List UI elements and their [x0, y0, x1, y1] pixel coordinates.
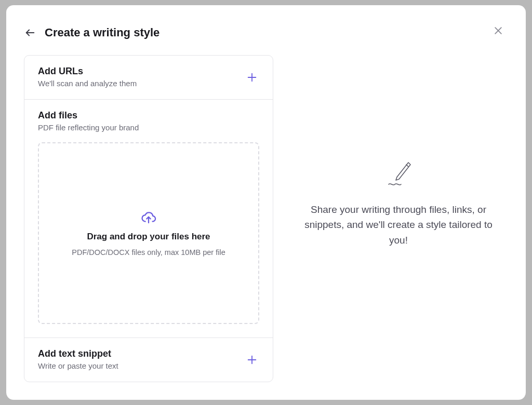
plus-icon [246, 354, 258, 366]
cloud-upload-icon [141, 210, 156, 225]
add-urls-subtitle: We'll scan and analyze them [38, 79, 137, 88]
add-files-title: Add files [38, 110, 259, 121]
close-button[interactable] [491, 24, 505, 37]
content-area: Add URLs We'll scan and analyze them Add… [24, 55, 508, 382]
pencil-writing-icon [380, 158, 417, 190]
add-snippet-button[interactable] [245, 353, 259, 367]
add-url-button[interactable] [245, 70, 259, 85]
page-title: Create a writing style [45, 26, 159, 39]
info-panel: Share your writing through files, links,… [289, 55, 508, 382]
add-snippet-subtitle: Write or paste your text [38, 361, 118, 370]
dropzone-title: Drag and drop your files here [87, 232, 210, 242]
add-files-section: Add files PDF file reflecting your brand… [24, 100, 273, 338]
modal-header: Create a writing style [24, 26, 508, 39]
info-description: Share your writing through files, links,… [304, 202, 493, 248]
add-urls-title: Add URLs [38, 66, 137, 77]
file-dropzone[interactable]: Drag and drop your files here PDF/DOC/DO… [38, 142, 259, 324]
add-snippet-title: Add text snippet [38, 348, 118, 359]
close-icon [493, 25, 503, 36]
back-button[interactable] [24, 26, 36, 39]
plus-icon [246, 72, 258, 83]
add-snippet-section: Add text snippet Write or paste your tex… [24, 338, 273, 382]
arrow-left-icon [24, 27, 36, 38]
add-urls-section: Add URLs We'll scan and analyze them [24, 56, 273, 100]
dropzone-subtitle: PDF/DOC/DOCX files only, max 10MB per fi… [72, 248, 225, 256]
add-files-subtitle: PDF file reflecting your brand [38, 123, 259, 132]
input-methods-panel: Add URLs We'll scan and analyze them Add… [24, 55, 273, 382]
create-writing-style-modal: Create a writing style Add URLs We'll sc… [6, 5, 526, 400]
svg-line-8 [406, 165, 408, 167]
